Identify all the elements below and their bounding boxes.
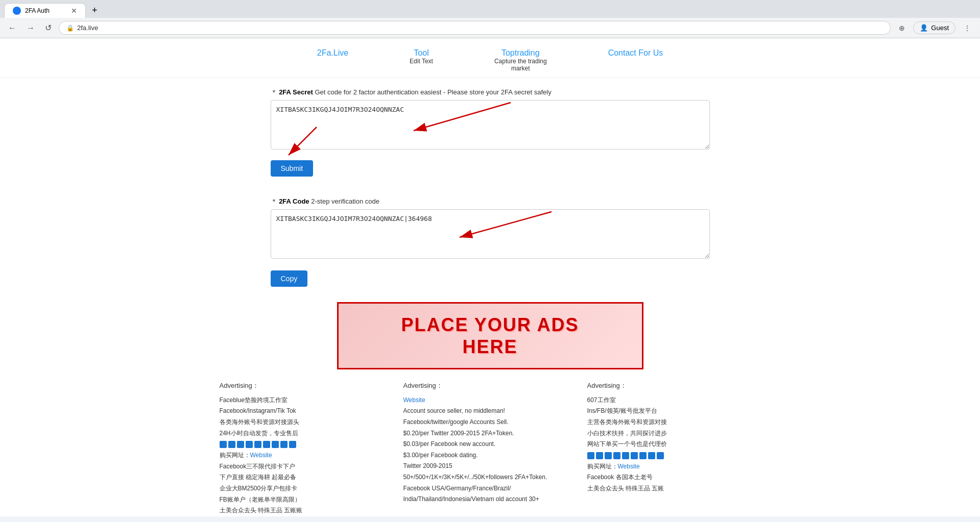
reload-button[interactable]: ↺: [42, 21, 55, 35]
nav-link-contact[interactable]: Contact For Us: [608, 48, 663, 57]
sq4: [613, 452, 620, 459]
nav-toptrading-subtext2: market: [494, 65, 547, 72]
lock-icon: 🔒: [66, 24, 74, 32]
code-label: ＊ 2FA Code 2-step verification code: [271, 197, 710, 206]
url-text: 2fa.live: [77, 24, 98, 32]
ads-line2: HERE: [349, 336, 632, 358]
footer-col3-squares: [587, 452, 761, 459]
footer-col2-website[interactable]: Website: [403, 396, 425, 404]
code-label-strong: 2FA Code: [279, 197, 309, 205]
nav-link-toptrading[interactable]: Toptrading: [501, 48, 540, 57]
footer-col3-line6: Facebook 各国本土老号: [587, 472, 761, 483]
sq9: [289, 441, 296, 448]
footer-col1-line7: 企业大BM2500分享户包排卡: [220, 483, 393, 494]
footer-col3-line0: 607工作室: [587, 395, 761, 406]
footer-col-3: Advertising： 607工作室 Ins/FB/领英/账号批发平台 主营各…: [587, 380, 761, 516]
new-tab-button[interactable]: +: [87, 3, 103, 18]
footer-col1-line1: Facebook/Instagram/Tik Tok: [220, 406, 393, 417]
nav-item-2falive[interactable]: 2Fa.Live: [317, 48, 348, 72]
sq5: [622, 452, 629, 459]
footer-col2-line3: $0.20/per Twitter 2009-2015 2FA+Token.: [403, 428, 577, 439]
submit-area: Submit: [271, 155, 314, 187]
sq5: [254, 441, 261, 448]
sq4: [246, 441, 253, 448]
footer-col1-title: Advertising：: [220, 380, 393, 391]
footer-col1-line6: 下户直接 稳定海耕 起最必备: [220, 472, 393, 483]
nav-item-tool[interactable]: Tool Edit Text: [410, 48, 433, 72]
footer-col1-line3: 24H小时自动发货，专业售后: [220, 428, 393, 439]
guest-icon: 👤: [920, 24, 928, 32]
sq6: [263, 441, 270, 448]
browser-nav: ← → ↺ 🔒 2fa.live ⊕ 👤 Guest ⋮: [0, 18, 980, 38]
sq3: [237, 441, 244, 448]
sq2: [596, 452, 603, 459]
footer-col3-line4: 网站下单买一个号也是代理价: [587, 439, 761, 450]
nav-tool-subtext: Edit Text: [410, 58, 433, 65]
copy-area: Copy: [271, 265, 710, 287]
sq7: [639, 452, 647, 459]
footer-col2-title: Advertising：: [403, 380, 577, 391]
sq9: [657, 452, 664, 459]
footer-col3-line1: Ins/FB/领英/账号批发平台: [587, 406, 761, 417]
page-content: 2Fa.Live Tool Edit Text Toptrading Captu…: [0, 38, 980, 516]
tab-favicon: [13, 7, 21, 15]
address-bar[interactable]: 🔒 2fa.live: [59, 21, 891, 35]
site-nav: 2Fa.Live Tool Edit Text Toptrading Captu…: [0, 38, 980, 78]
active-tab: 2FA Auth ✕: [4, 3, 86, 18]
arrow-to-submit-icon: [271, 125, 373, 160]
nav-item-toptrading[interactable]: Toptrading Capture the trading market: [494, 48, 547, 72]
menu-button[interactable]: ⋮: [960, 22, 975, 34]
footer-col1-line9: 土美合众去头 特殊王品 五账账: [220, 505, 393, 516]
footer-col-2: Advertising： Website Account source sell…: [403, 380, 577, 516]
tab-bar: 2FA Auth ✕ +: [4, 3, 976, 18]
footer-col2-line7: 50+/500+/1K+/3K+/5K+/../50K+followers 2F…: [403, 472, 577, 483]
ads-banner: PLACE YOUR ADS HERE: [337, 302, 643, 369]
main-area: ＊ 2FA Secret Get code for 2 factor authe…: [260, 88, 720, 287]
footer-col2-line9: India/Thailand/Indonesia/Vietnam old acc…: [403, 494, 577, 505]
secret-description: Get code for 2 factor authentication eas…: [315, 88, 551, 96]
code-textarea[interactable]: XITBASKC3IKGQJ4JOIM7R3O24OQNNZAC|364968: [271, 209, 710, 259]
sq8: [280, 441, 288, 448]
footer-col1-link[interactable]: Website: [250, 452, 272, 459]
guest-button[interactable]: 👤 Guest: [913, 21, 955, 34]
footer-col2-line5: $3.00/per Facebook dating.: [403, 450, 577, 461]
copy-button[interactable]: Copy: [271, 270, 308, 287]
sq6: [631, 452, 638, 459]
forward-button[interactable]: →: [23, 21, 38, 35]
svg-line-3: [289, 127, 317, 155]
footer-col3-line5: 购买网址：Website: [587, 461, 761, 473]
footer-col1-squares: [220, 441, 393, 448]
translate-button[interactable]: ⊕: [895, 22, 909, 34]
nav-link-tool[interactable]: Tool: [414, 48, 428, 57]
nav-item-contact[interactable]: Contact For Us: [608, 48, 663, 72]
sq1: [587, 452, 594, 459]
footer-col1-line0: Faceblue垫脸跨境工作室: [220, 395, 393, 406]
sq3: [605, 452, 612, 459]
footer-col2-line2: Facebook/twitter/google Accounts Sell.: [403, 417, 577, 428]
tab-close-button[interactable]: ✕: [71, 7, 77, 15]
code-description: 2-step verification code: [311, 197, 379, 205]
nav-right-controls: ⊕ 👤 Guest ⋮: [895, 21, 975, 34]
nav-toptrading-subtext: Capture the trading: [494, 58, 547, 65]
footer-col-1: Advertising： Faceblue垫脸跨境工作室 Facebook/In…: [220, 380, 393, 516]
submit-button[interactable]: Submit: [271, 160, 314, 177]
footer-col1-line2: 各类海外账号和资源对接源头: [220, 417, 393, 428]
footer-col2-line4: $0.03/per Facebook new account.: [403, 439, 577, 450]
footer-col3-line7: 土美合众去头 特殊王品 五账: [587, 483, 761, 494]
browser-chrome: 2FA Auth ✕ +: [0, 0, 980, 18]
footer-col3-line2: 主营各类海外账号和资源对接: [587, 417, 761, 428]
footer-col2-line8: Facebook USA/Germany/France/Brazil/: [403, 483, 577, 494]
sq2: [228, 441, 235, 448]
guest-label: Guest: [931, 24, 949, 32]
nav-link-2falive[interactable]: 2Fa.Live: [317, 48, 348, 57]
footer-col3-link[interactable]: Website: [618, 463, 640, 470]
back-button[interactable]: ←: [5, 21, 19, 35]
sq8: [648, 452, 655, 459]
footer-col3-line3: 小白技术扶持，共同探讨进步: [587, 428, 761, 439]
footer-ads: Advertising： Faceblue垫脸跨境工作室 Facebook/In…: [209, 380, 771, 516]
footer-col1-line8: FB账单户（老账单半限高限）: [220, 494, 393, 506]
code-arrow-area: XITBASKC3IKGQJ4JOIM7R3O24OQNNZAC|364968: [271, 209, 710, 260]
ads-line1: PLACE YOUR ADS: [349, 314, 632, 336]
footer-col3-title: Advertising：: [587, 380, 761, 391]
footer-col2-line6: Twitter 2009-2015: [403, 461, 577, 472]
